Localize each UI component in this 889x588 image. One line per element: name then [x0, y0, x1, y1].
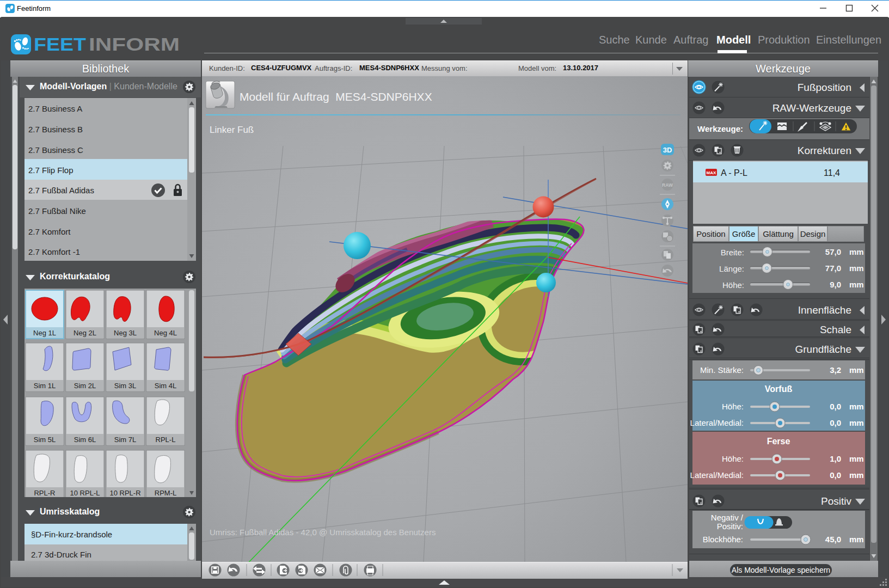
svg-text:Sim 5L: Sim 5L	[34, 436, 56, 444]
svg-text:Sim 6L: Sim 6L	[74, 436, 96, 444]
svg-text:RPM-L: RPM-L	[155, 489, 176, 497]
svg-text:Linker Fuß: Linker Fuß	[210, 125, 254, 135]
svg-text:Neg 1L: Neg 1L	[33, 329, 56, 337]
svg-text:Lateral/Medial:: Lateral/Medial:	[690, 470, 744, 480]
svg-text:INFORM: INFORM	[89, 34, 180, 54]
svg-text:RPL-R: RPL-R	[34, 489, 55, 497]
svg-text:Korrekturen: Korrekturen	[798, 145, 851, 156]
svg-text:RAW: RAW	[662, 182, 673, 188]
svg-text:45,0: 45,0	[825, 535, 841, 544]
svg-text:10 RPL-L: 10 RPL-L	[70, 489, 100, 497]
svg-text:mm: mm	[849, 402, 864, 411]
svg-text:Fußposition: Fußposition	[798, 82, 851, 93]
svg-text:mm: mm	[849, 365, 864, 375]
svg-text:10 RPL-R: 10 RPL-R	[109, 489, 140, 497]
svg-text:mm: mm	[849, 418, 864, 427]
svg-text:Neg 4L: Neg 4L	[154, 329, 177, 337]
svg-text:FEET: FEET	[34, 34, 86, 54]
svg-text:Min. Stärke:: Min. Stärke:	[700, 365, 744, 375]
svg-text:Grundfläche: Grundfläche	[795, 344, 851, 355]
svg-text:Ferse: Ferse	[767, 437, 790, 446]
svg-text:Schale: Schale	[820, 324, 851, 335]
svg-text:Umriss: Fußball Adidas - 42,: Umriss: Fußball Adidas - 42,0 @ Umrisska…	[210, 528, 436, 537]
svg-text:Lateral/Medial:: Lateral/Medial:	[690, 418, 744, 427]
svg-text:Sim 3L: Sim 3L	[114, 382, 136, 390]
svg-text:Neg 3L: Neg 3L	[114, 329, 137, 337]
svg-text:Neg 2L: Neg 2L	[73, 329, 96, 337]
svg-text:Innenfläche: Innenfläche	[798, 304, 851, 316]
svg-text:Positiv: Positiv	[821, 495, 851, 507]
svg-text:Sim 4L: Sim 4L	[155, 382, 176, 390]
svg-text:11,4: 11,4	[824, 168, 840, 177]
svg-text:Blockhöhe:: Blockhöhe:	[703, 535, 743, 544]
svg-text:0,0: 0,0	[830, 402, 841, 411]
svg-text:mm: mm	[849, 535, 864, 544]
svg-text:mm: mm	[849, 470, 864, 480]
svg-text:RPL-L: RPL-L	[156, 436, 176, 444]
svg-text:Höhe:: Höhe:	[722, 454, 744, 463]
svg-text:mm: mm	[849, 454, 864, 463]
svg-text:Höhe:: Höhe:	[722, 402, 744, 411]
svg-text:1,0: 1,0	[830, 454, 841, 463]
svg-text:RAW-Werkzeuge: RAW-Werkzeuge	[772, 102, 851, 114]
svg-text:Modell für Auftrag MES4-SDNP6: Modell für Auftrag MES4-SDNP6HXX	[240, 90, 432, 103]
svg-text:Vorfuß: Vorfuß	[765, 384, 793, 394]
svg-text:MAX: MAX	[707, 170, 716, 175]
svg-text:Sim 2L: Sim 2L	[74, 382, 96, 390]
svg-text:0,0: 0,0	[830, 418, 841, 427]
svg-text:Positiv:: Positiv:	[717, 522, 743, 531]
svg-text:Negativ /: Negativ /	[711, 513, 744, 522]
svg-text:3D: 3D	[663, 146, 672, 154]
svg-text:3,2: 3,2	[830, 365, 841, 375]
svg-text:Sim 7L: Sim 7L	[114, 436, 136, 444]
svg-text:Sim 1L: Sim 1L	[34, 382, 56, 390]
svg-text:0,0: 0,0	[830, 470, 841, 480]
svg-text:A - P-L: A - P-L	[721, 168, 747, 177]
svg-text:Werkzeuge:: Werkzeuge:	[697, 124, 743, 133]
